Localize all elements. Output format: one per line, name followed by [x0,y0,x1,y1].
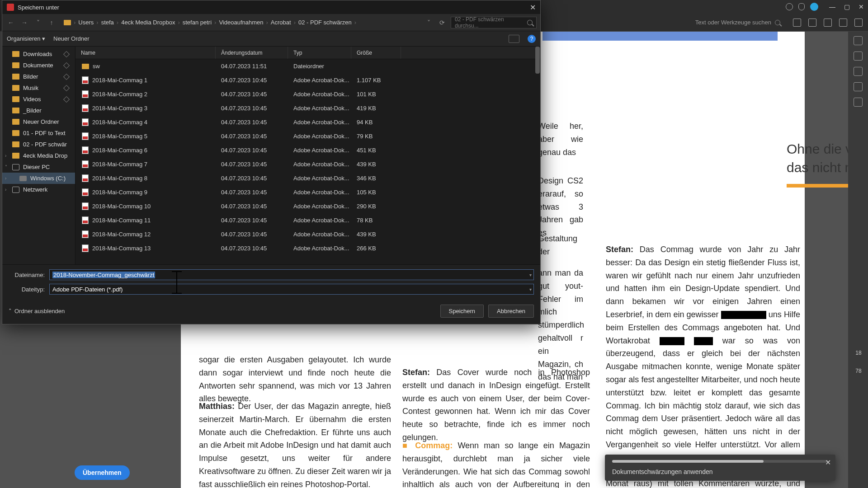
tree-item[interactable]: Musik [2,82,75,94]
tree-item[interactable]: Bilder [2,71,75,82]
column-headers[interactable]: Name Änderungsdatum Typ Größe [75,47,540,59]
folder-icon [12,62,19,68]
tools-search[interactable]: Text oder Werkzeuge suchen [695,19,780,26]
file-row[interactable]: sw04.07.2023 11:51Dateiordner [75,59,540,73]
pdf-file-icon [82,104,89,112]
help-icon[interactable] [786,3,793,10]
link-icon[interactable] [854,19,863,27]
body-text: Stefan: Das Cover wurde noch in Photosho… [402,366,590,444]
tree-item[interactable]: _Bilder [2,105,75,116]
filetype-label: Dateityp: [9,286,45,293]
file-row[interactable]: 2018-Mai-Commag 1104.07.2023 10:45Adobe … [75,213,540,227]
filetype-select[interactable]: Adobe PDF-Dateien (*.pdf) ▾ [49,284,534,295]
rail-tool-1[interactable] [854,36,863,45]
file-row[interactable]: 2018-Mai-Commag 104.07.2023 10:45Adobe A… [75,73,540,87]
pc-icon [12,164,19,170]
pdf-file-icon [82,118,89,126]
hide-folders-toggle[interactable]: ˄Ordner ausblenden [9,308,65,314]
tools-search-label: Text oder Werkzeuge suchen [695,19,771,26]
tree-item[interactable]: Dokumente [2,60,75,71]
file-row[interactable]: 2018-Mai-Commag 204.07.2023 10:45Adobe A… [75,87,540,101]
pdf-file-icon [82,230,89,238]
right-tools-rail [848,32,868,488]
tree-item[interactable]: 02 - PDF schwär [2,139,75,150]
account-avatar[interactable] [810,3,818,11]
file-row[interactable]: 2018-Mai-Commag 804.07.2023 10:45Adobe A… [75,171,540,185]
file-row[interactable]: 2018-Mai-Commag 604.07.2023 10:45Adobe A… [75,143,540,157]
refresh-icon[interactable]: ⟳ [437,18,447,28]
tree-item[interactable]: ›Netzwerk [2,184,75,195]
rail-tool-3[interactable] [854,67,863,76]
pin-icon [63,96,70,102]
pdf-file-icon [82,202,89,210]
protect-icon[interactable] [839,19,847,27]
filename-label: Dateiname: [9,272,45,278]
pdf-file-icon [82,160,89,168]
toast-message: Dokumentschwärzungen anwenden [612,468,828,475]
save-button[interactable]: Speichern [440,305,484,318]
tree-item[interactable]: Videos [2,94,75,105]
close-button[interactable]: ✕ [858,4,864,10]
search-icon [527,20,533,25]
page-total: 78 [851,366,866,376]
body-text: Weile her, aber wie genau das [538,120,583,159]
file-row[interactable]: 2018-Mai-Commag 1204.07.2023 10:45Adobe … [75,227,540,241]
minimize-button[interactable]: — [829,4,835,10]
file-row[interactable]: 2018-Mai-Commag 404.07.2023 10:45Adobe A… [75,115,540,129]
folder-tree[interactable]: DownloadsDokumenteBilderMusikVideos_Bild… [2,47,75,264]
tree-item[interactable]: Downloads [2,48,75,60]
tree-item[interactable]: 01 - PDF to Text [2,127,75,139]
file-row[interactable]: 2018-Mai-Commag 304.07.2023 10:45Adobe A… [75,101,540,115]
toast-close-icon[interactable]: ✕ [825,458,831,467]
tree-item[interactable]: Neuer Ordner [2,116,75,127]
rail-tool-5[interactable] [854,98,863,107]
print-icon[interactable] [824,19,832,27]
body-text: sogar die ersten Ausgaben gelayoutet. Ic… [199,353,391,405]
help-icon[interactable]: ? [528,35,536,43]
rail-tool-4[interactable] [854,82,863,91]
maximize-button[interactable]: ▢ [844,4,850,10]
apply-redactions-button[interactable]: Übernehmen [75,465,130,480]
file-row[interactable]: 2018-Mai-Commag 504.07.2023 10:45Adobe A… [75,129,540,143]
scrollbar-thumb[interactable] [535,47,540,74]
body-text: Stefan: Das Commag wurde von Jahr zu Jah… [606,243,800,488]
nav-up-icon[interactable]: ↑ [47,18,57,28]
file-row[interactable]: 2018-Mai-Commag 1004.07.2023 10:45Adobe … [75,199,540,213]
tree-item[interactable]: ˅Dieser PC [2,161,75,173]
pin-icon [63,51,70,57]
folder-search-input[interactable]: 02 - PDF schwärzen durchsu... [451,17,537,28]
new-folder-button[interactable]: Neuer Ordner [53,35,89,42]
tree-item[interactable]: ›Windows (C:) [2,173,75,184]
dropbox-icon [12,153,19,159]
pdf-file-icon [82,132,89,140]
view-options-icon[interactable] [509,35,519,43]
breadcrumb-dropdown-icon[interactable]: ˅ [424,18,434,28]
tree-item[interactable]: ›4eck Media Drop [2,150,75,161]
nav-back-icon[interactable]: ← [6,18,16,28]
cancel-button[interactable]: Abbrechen [488,305,534,318]
notifications-icon[interactable] [798,3,805,10]
pdf-file-icon [82,174,89,182]
filename-input[interactable]: 2018-November-Commag_geschwärzt ▾ [49,269,534,280]
share-icon[interactable] [808,19,816,27]
page-indicator[interactable]: 18 [851,348,866,358]
body-text: ■ Commag: Wenn man so lange ein Magazin … [402,439,590,488]
file-row[interactable]: 2018-Mai-Commag 1304.07.2023 10:45Adobe … [75,241,540,255]
text-cursor-icon [176,271,177,294]
dialog-close-icon[interactable]: ✕ [530,3,536,12]
breadcrumb[interactable]: ›Users ›stefa ›4eck Media Dropbox ›stefa… [60,19,420,26]
pin-icon [63,84,70,91]
folder-icon [12,130,19,136]
nav-forward-icon[interactable]: → [19,18,29,28]
drive-icon [19,176,27,181]
organize-menu[interactable]: Organisieren ▾ [7,35,45,42]
folder-icon [64,20,71,25]
net-icon [12,187,19,193]
file-row[interactable]: 2018-Mai-Commag 904.07.2023 10:45Adobe A… [75,185,540,199]
pdf-file-icon [82,76,89,84]
rail-tool-2[interactable] [854,52,863,61]
save-icon[interactable] [793,19,801,27]
folder-icon [12,141,19,147]
file-row[interactable]: 2018-Mai-Commag 704.07.2023 10:45Adobe A… [75,157,540,171]
nav-recent-icon[interactable]: ˅ [33,18,43,28]
